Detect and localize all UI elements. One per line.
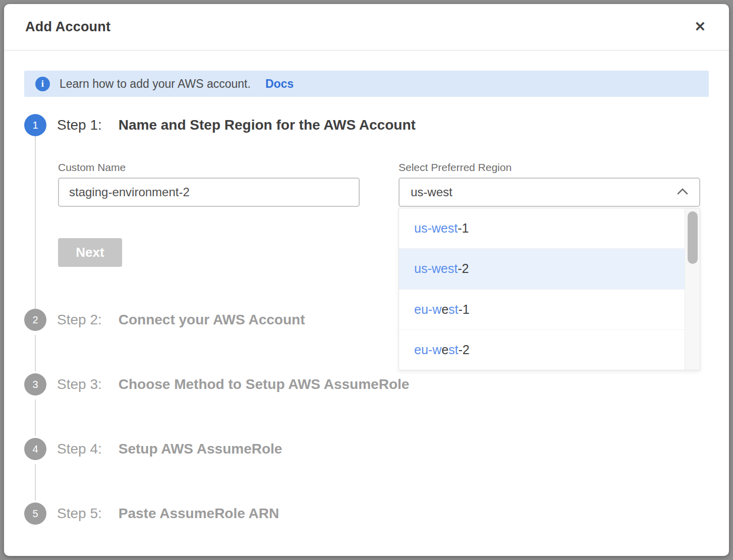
next-button[interactable]: Next — [58, 238, 122, 267]
step-5-prefix: Step 5: — [57, 506, 102, 522]
chevron-up-icon — [677, 188, 688, 197]
option-text: eu-w — [414, 302, 441, 317]
step-3-indicator: 3 — [24, 373, 46, 396]
step-1-title: Name and Step Region for the AWS Account — [119, 117, 416, 133]
step-4-header: 4 Step 4: Setup AWS AssumeRole — [24, 438, 709, 460]
step-connector — [35, 335, 36, 371]
region-column: Select Preferred Region us-west — [399, 161, 700, 267]
step-3-header: 3 Step 3: Choose Method to Setup AWS Ass… — [24, 373, 709, 396]
region-value: us-west — [411, 185, 453, 199]
page-title: Add Account — [25, 19, 110, 35]
option-text: us-west — [414, 221, 458, 236]
option-text: e — [441, 302, 448, 317]
option-text: us-west — [414, 261, 458, 276]
step-4-title: Setup AWS AssumeRole — [119, 441, 283, 457]
step-connector — [35, 464, 36, 500]
dropdown-scrollbar-thumb[interactable] — [688, 211, 698, 264]
step-1-header: 1 Step 1: Name and Step Region for the A… — [24, 114, 709, 136]
step-1-indicator: 1 — [24, 114, 46, 136]
option-eu-west-2[interactable]: eu-west-2 — [399, 330, 685, 370]
option-text: eu-w — [414, 343, 441, 357]
option-text: -2 — [458, 261, 469, 276]
option-text: -1 — [458, 221, 469, 236]
region-options-list: us-west-1 us-west-2 eu-west-1 eu-west-2 — [399, 208, 685, 370]
modal-content: i Learn how to add your AWS account. Doc… — [4, 50, 729, 525]
step-2-indicator: 2 — [24, 309, 46, 331]
region-combobox[interactable]: us-west — [399, 178, 700, 207]
option-text: -2 — [459, 343, 470, 357]
region-label: Select Preferred Region — [399, 161, 700, 174]
close-button[interactable]: ✕ — [692, 18, 708, 36]
step-5-header: 5 Step 5: Paste AssumeRole ARN — [24, 502, 709, 525]
option-text: st — [448, 343, 458, 357]
step-3-prefix: Step 3: — [57, 376, 102, 393]
add-account-modal: Add Account ✕ i Learn how to add your AW… — [4, 4, 729, 556]
step-4-prefix: Step 4: — [57, 441, 102, 457]
banner-text: Learn how to add your AWS account. — [60, 77, 251, 91]
region-select-wrap: us-west us-west-1 — [399, 178, 700, 207]
custom-name-label: Custom Name — [58, 161, 360, 174]
option-text: e — [441, 343, 448, 357]
info-banner: i Learn how to add your AWS account. Doc… — [24, 71, 709, 97]
docs-link[interactable]: Docs — [265, 77, 294, 91]
option-text: st — [448, 302, 458, 317]
custom-name-column: Custom Name Next — [58, 161, 360, 267]
option-text: -1 — [459, 302, 470, 317]
option-eu-west-1[interactable]: eu-west-1 — [399, 290, 685, 330]
step-connector — [35, 400, 36, 436]
option-us-west-2[interactable]: us-west-2 — [399, 249, 685, 289]
close-icon: ✕ — [694, 19, 706, 34]
step-5-title: Paste AssumeRole ARN — [119, 506, 279, 522]
region-dropdown: us-west-1 us-west-2 eu-west-1 eu-west-2 — [399, 208, 700, 370]
custom-name-input[interactable] — [58, 178, 360, 207]
dropdown-scrollbar-track[interactable] — [685, 208, 700, 370]
step-2-prefix: Step 2: — [57, 312, 102, 328]
modal-header: Add Account ✕ — [4, 4, 729, 50]
option-us-west-1[interactable]: us-west-1 — [399, 208, 685, 249]
step-1-prefix: Step 1: — [57, 117, 102, 133]
info-icon: i — [35, 77, 50, 91]
step-4-indicator: 4 — [24, 438, 46, 460]
step-1-form: Custom Name Next Select Preferred Region… — [58, 161, 709, 267]
step-2-title: Connect your AWS Account — [119, 312, 305, 328]
step-1-body: Custom Name Next Select Preferred Region… — [35, 136, 709, 309]
step-5-indicator: 5 — [24, 502, 46, 525]
step-3-title: Choose Method to Setup AWS AssumeRole — [119, 376, 410, 393]
